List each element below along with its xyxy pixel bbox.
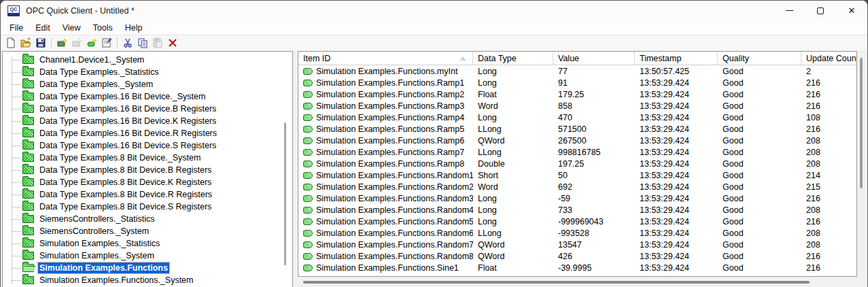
new-server-connection-button[interactable] — [54, 36, 69, 50]
tree-item[interactable]: SiemensControllers._System — [3, 225, 292, 237]
tree-item-label: SiemensControllers._System — [38, 226, 150, 237]
tree-item-label: Channel1.Device1._System — [38, 54, 145, 65]
column-header-data-type[interactable]: Data Type — [473, 52, 553, 65]
maximize-button[interactable] — [805, 1, 836, 20]
value-cell: 197.25 — [553, 158, 635, 169]
delete-button[interactable] — [165, 36, 180, 50]
table-row[interactable]: Simulation Examples.Functions.Random2 Wo… — [298, 181, 856, 192]
opc-item-icon — [303, 207, 313, 214]
table-row[interactable]: Simulation Examples.Functions.Random7 QW… — [298, 239, 856, 250]
data-type-cell: Long — [473, 216, 553, 227]
copy-button[interactable] — [135, 36, 150, 50]
data-type-cell: Float — [473, 88, 553, 100]
table-row[interactable]: Simulation Examples.Functions.Ramp4 Long… — [298, 112, 856, 123]
tree-vertical-scrollbar[interactable] — [284, 122, 286, 265]
tree-item[interactable]: Channel1.Device1._System — [3, 54, 292, 66]
list-horizontal-scrollbar[interactable] — [303, 281, 810, 284]
tree-item[interactable]: Data Type Examples.16 Bit Device.S Regis… — [3, 139, 292, 152]
value-cell: 267500 — [553, 135, 635, 146]
quality-cell: Good — [718, 158, 801, 169]
update-count-cell: 208 — [801, 239, 856, 250]
table-row[interactable]: Simulation Examples.Functions.Random8 QW… — [298, 250, 856, 262]
tree-item[interactable]: Data Type Examples.16 Bit Device.R Regis… — [3, 127, 292, 139]
tree-item[interactable]: Data Type Examples.16 Bit Device._System — [3, 90, 292, 103]
quality-cell: Good — [718, 65, 801, 77]
table-row[interactable]: Simulation Examples.Functions.Ramp3 Word… — [298, 100, 856, 112]
tree-item[interactable]: SiemensControllers._Statistics — [3, 213, 292, 225]
sort-ascending-icon — [459, 56, 466, 61]
tree-item[interactable]: Data Type Examples._Statistics — [3, 66, 292, 78]
table-row[interactable]: Simulation Examples.Functions.Ramp1 Long… — [298, 77, 856, 88]
tree-item[interactable]: Simulation Examples.Functions._System — [3, 274, 292, 286]
tree-item[interactable]: Simulation Examples._Statistics — [3, 237, 292, 250]
table-row[interactable]: Simulation Examples.Functions.Ramp2 Floa… — [298, 88, 856, 100]
tree-item[interactable]: Data Type Examples.8 Bit Device.B Regist… — [3, 164, 292, 176]
menu-item[interactable]: View — [56, 22, 87, 34]
column-header-item-id[interactable]: Item ID — [298, 52, 473, 65]
list-vertical-scrollbar[interactable] — [860, 58, 863, 188]
open-file-button[interactable] — [18, 36, 33, 50]
table-row[interactable]: Simulation Examples.Functions.Sine1 Floa… — [298, 262, 856, 273]
table-row[interactable]: Simulation Examples.Functions.Ramp7 LLon… — [298, 146, 856, 158]
new-item-button[interactable] — [84, 36, 99, 50]
quality-cell: Good — [718, 135, 801, 146]
item-id-cell: Simulation Examples.Functions.Random2 — [298, 181, 473, 192]
opc-item-icon — [303, 80, 313, 86]
tree-item-label: Data Type Examples._Statistics — [38, 67, 160, 78]
table-row[interactable]: Simulation Examples.Functions.Ramp5 LLon… — [298, 123, 856, 135]
table-row[interactable]: Simulation Examples.Functions.Ramp8 Doub… — [298, 158, 856, 169]
folder-closed-icon — [22, 190, 34, 199]
data-type-cell: Long — [473, 77, 553, 88]
data-type-cell: LLong — [473, 227, 553, 239]
folder-closed-icon — [22, 154, 34, 162]
item-id-text: Simulation Examples.Functions.Ramp5 — [316, 124, 464, 134]
column-header-quality[interactable]: Quality — [718, 52, 801, 65]
tree-item-label: Data Type Examples.16 Bit Device.B Regis… — [38, 103, 218, 114]
column-header-label: Item ID — [303, 54, 330, 63]
tree-item[interactable]: Data Type Examples.8 Bit Device.S Regist… — [3, 201, 292, 213]
properties-button[interactable] — [99, 36, 114, 50]
table-row[interactable]: Simulation Examples.Functions.Random1 Sh… — [298, 169, 856, 181]
menu-item[interactable]: Tools — [87, 22, 119, 34]
value-cell: -993528 — [553, 227, 635, 239]
menu-item[interactable]: Edit — [29, 22, 56, 34]
tree-item[interactable]: Data Type Examples.8 Bit Device._System — [3, 152, 292, 164]
tree-item-selected[interactable]: Simulation Examples.Functions — [3, 262, 292, 274]
data-type-cell: LLong — [473, 146, 553, 158]
menu-item[interactable]: Help — [119, 22, 149, 34]
new-group-button[interactable] — [69, 36, 84, 50]
table-row[interactable]: Simulation Examples.Functions.Random3 Lo… — [298, 192, 856, 204]
close-button[interactable]: ✕ — [836, 1, 867, 20]
table-row[interactable]: Simulation Examples.Functions.Random5 Lo… — [298, 216, 856, 227]
cut-button[interactable] — [120, 36, 135, 50]
tree-item[interactable]: Data Type Examples.16 Bit Device.K Regis… — [3, 115, 292, 127]
item-id-cell: Simulation Examples.Functions.Ramp7 — [298, 146, 473, 158]
minimize-button[interactable] — [774, 1, 805, 20]
paste-button[interactable] — [150, 36, 165, 50]
tree-item[interactable]: Data Type Examples.16 Bit Device.B Regis… — [3, 103, 292, 115]
save-file-button[interactable] — [33, 36, 48, 50]
tree-item[interactable]: Data Type Examples.8 Bit Device.K Regist… — [3, 176, 292, 188]
table-row[interactable]: Simulation Examples.Functions.Random6 LL… — [298, 227, 856, 239]
opc-item-icon — [303, 230, 313, 237]
tree-item[interactable]: Simulation Examples._System — [3, 250, 292, 262]
group-tree: Channel1.Device1._System Data Type Examp… — [3, 52, 292, 286]
menu-item[interactable]: File — [3, 22, 29, 34]
column-header-update-count[interactable]: Update Count — [801, 52, 856, 65]
column-header-value[interactable]: Value — [553, 52, 635, 65]
toolbar — [1, 35, 867, 50]
folder-closed-icon — [22, 252, 34, 260]
new-file-button[interactable] — [3, 36, 18, 50]
column-header-label: Update Count — [806, 54, 856, 63]
new-server-connection-icon — [56, 37, 67, 48]
table-row[interactable]: Simulation Examples.Functions.Random4 Lo… — [298, 204, 856, 216]
tree-item[interactable]: Data Type Examples.8 Bit Device.R Regist… — [3, 188, 292, 201]
folder-closed-icon — [22, 227, 34, 235]
column-header-timestamp[interactable]: Timestamp — [635, 52, 718, 65]
tree-item[interactable]: Data Type Examples._System — [3, 78, 292, 90]
table-row[interactable]: Simulation Examples.Functions.Ramp6 QWor… — [298, 135, 856, 146]
quality-cell: Good — [718, 239, 801, 250]
item-id-text: Simulation Examples.Functions.Ramp6 — [316, 136, 464, 146]
table-row[interactable]: Simulation Examples.Functions.myInt Long… — [298, 65, 856, 77]
value-cell: 179.25 — [553, 88, 635, 100]
